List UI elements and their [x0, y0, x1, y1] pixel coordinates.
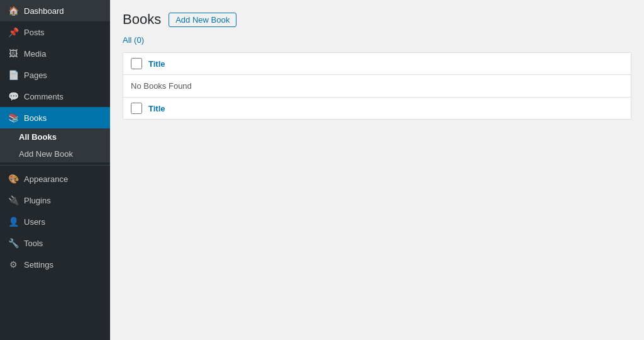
sidebar-item-label: Dashboard — [24, 6, 64, 16]
sidebar-item-plugins[interactable]: 🔌 Plugins — [0, 190, 110, 211]
sidebar-item-label: Settings — [24, 260, 53, 269]
pages-icon: 📄 — [8, 69, 19, 81]
sidebar-item-label: Media — [24, 49, 46, 59]
sidebar-item-label: Users — [24, 217, 45, 227]
table-footer-checkbox[interactable] — [131, 103, 142, 114]
posts-icon: 📌 — [8, 26, 19, 38]
sidebar-item-books[interactable]: 📚 Books — [0, 107, 110, 128]
table-footer-title[interactable]: Title — [148, 104, 165, 113]
sidebar-item-settings[interactable]: ⚙ Settings — [0, 254, 110, 275]
books-icon: 📚 — [8, 112, 19, 123]
sidebar-sub-add-new-book[interactable]: Add New Book — [0, 145, 110, 162]
users-icon: 👤 — [8, 216, 19, 227]
sidebar-item-users[interactable]: 👤 Users — [0, 211, 110, 232]
sidebar-item-media[interactable]: 🖼 Media — [0, 43, 110, 64]
filter-bar: All (0) — [123, 35, 631, 45]
sidebar-item-posts[interactable]: 📌 Posts — [0, 21, 110, 43]
sidebar-item-label: Pages — [24, 71, 47, 80]
table-header-row: Title — [123, 53, 631, 75]
page-title: Books — [123, 11, 161, 28]
books-submenu: All Books Add New Book — [0, 128, 110, 162]
table-header-checkbox[interactable] — [131, 58, 142, 69]
sidebar-item-pages[interactable]: 📄 Pages — [0, 64, 110, 86]
settings-icon: ⚙ — [8, 259, 19, 270]
sidebar-item-label: Plugins — [24, 196, 51, 205]
sidebar-divider — [0, 165, 110, 166]
no-items-row: No Books Found — [123, 75, 631, 98]
sidebar-item-label: Posts — [24, 28, 45, 37]
sidebar-item-comments[interactable]: 💬 Comments — [0, 86, 110, 107]
sidebar-item-label: Tools — [24, 239, 43, 248]
table-header-title[interactable]: Title — [148, 59, 165, 69]
dashboard-icon: 🏠 — [8, 5, 19, 16]
comments-icon: 💬 — [8, 91, 19, 102]
tools-icon: 🔧 — [8, 237, 19, 249]
add-new-book-button[interactable]: Add New Book — [169, 13, 236, 27]
plugins-icon: 🔌 — [8, 195, 19, 206]
sidebar-item-label: Books — [24, 113, 47, 123]
sidebar-item-appearance[interactable]: 🎨 Appearance — [0, 168, 110, 190]
media-icon: 🖼 — [8, 48, 19, 59]
appearance-icon: 🎨 — [8, 173, 19, 184]
sidebar: 🏠 Dashboard 📌 Posts 🖼 Media 📄 Pages 💬 Co… — [0, 0, 110, 340]
table-footer-row: Title — [123, 98, 631, 119]
main-content: Books Add New Book All (0) Title No Book… — [110, 0, 644, 340]
books-table: Title No Books Found Title — [123, 52, 631, 120]
filter-all-link[interactable]: All (0) — [123, 35, 144, 45]
sidebar-item-dashboard[interactable]: 🏠 Dashboard — [0, 0, 110, 21]
sidebar-item-label: Appearance — [24, 174, 68, 184]
sidebar-sub-all-books[interactable]: All Books — [0, 128, 110, 145]
sidebar-item-label: Comments — [24, 92, 64, 101]
sidebar-item-tools[interactable]: 🔧 Tools — [0, 232, 110, 254]
page-header: Books Add New Book — [123, 11, 631, 28]
